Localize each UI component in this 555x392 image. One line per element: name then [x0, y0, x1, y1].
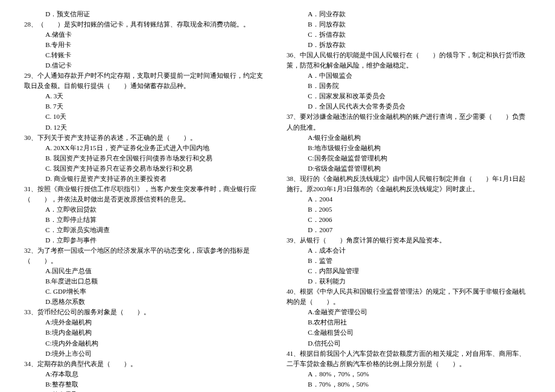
option: D:省级金融监督管理机构: [287, 163, 531, 174]
option: A．中国银监会: [287, 71, 531, 81]
option: C. 我国资产支持证券只在证券交易市场发行和交易: [24, 163, 268, 174]
option: A.国民生产总值: [24, 266, 268, 276]
option: A:境外金融机构: [24, 317, 268, 327]
option: A．2004: [287, 194, 531, 204]
option: A:银行业金融机构: [287, 133, 531, 143]
option: B:地市级银行业金融机构: [287, 143, 531, 153]
option: D．立即参与事件: [24, 235, 268, 245]
question-34: 34、定期存款的典型代表是（ ）。: [24, 359, 268, 369]
option: B.农村信用社: [287, 317, 531, 327]
option: B．立即停止结算: [24, 215, 268, 225]
option: A．成本会计: [287, 245, 531, 256]
option: B. 7天: [24, 101, 268, 112]
option: B.年度进出口总额: [24, 276, 268, 286]
option: A.金融资产管理公司: [287, 307, 531, 317]
option: D．预支信用证: [24, 9, 268, 19]
option: B．2005: [287, 204, 531, 215]
left-column: D．预支信用证 28、（ ）是实时扣账的借记卡，具有转账结算、存取现金和消费功能…: [24, 9, 268, 392]
option: C. 10天: [24, 112, 268, 122]
option: A. 3天: [24, 91, 268, 101]
option: A．立即收回贷款: [24, 204, 268, 215]
option: D．2007: [287, 225, 531, 235]
option: C.转账卡: [24, 50, 268, 60]
option: B:整存整取: [24, 379, 268, 390]
option: D.恩格尔系数: [24, 297, 268, 307]
option: B:境内金融机构: [24, 327, 268, 338]
page-content: D．预支信用证 28、（ ）是实时扣账的借记卡，具有转账结算、存取现金和消费功能…: [0, 0, 555, 392]
option: A. 20XX年12月15日，资产证券化业务正式进入中国内地: [24, 143, 268, 153]
question-32: 32、为了考察一国或一个地区的经济发展水平的动态变化，应该参考的指标是（ ）。: [24, 245, 268, 266]
option: D. 商业银行是资产支持证券的主要投资者: [24, 174, 268, 184]
option: A．同业存款: [287, 9, 531, 19]
option: B．70%，80%，50%: [287, 379, 531, 390]
option: C．立即派员实地调查: [24, 225, 268, 235]
option: B. 我国资产支持证券只在全国银行间债券市场发行和交易: [24, 153, 268, 163]
option: D:境外上市公司: [24, 349, 268, 359]
question-37: 37、要对涉嫌金融违法的银行业金融机构的账户进行查询，至少需要（ ）负责人的批准…: [287, 112, 531, 132]
option: B．监管: [287, 256, 531, 266]
question-36: 36、中国人民银行的职能是中国人民银行在（ ）的领导下，制定和执行货币政策，防范…: [287, 50, 531, 71]
question-41: 41、根据目前我国个人汽车贷款在贷款额度方面的相关规定，对自用车、商用车、二手车…: [287, 349, 531, 369]
question-33: 33、货币经纪公司的服务对象是（ ）。: [24, 307, 268, 317]
option: C．国家发展和改革委员会: [287, 91, 531, 101]
option: D. 12天: [24, 122, 268, 133]
option: C:整存零取: [24, 390, 268, 392]
option: C．拆借存款: [287, 30, 531, 40]
option: C:国务院金融监督管理机构: [287, 153, 531, 163]
option: C.金融租赁公司: [287, 327, 531, 338]
option: C．内部风险管理: [287, 266, 531, 276]
question-38: 38、现行的《金融机构反洗钱规定》由中国人民银行制定并自（ ）年1月1日起施行。…: [287, 174, 531, 194]
option: D．全国人民代表大会常务委员会: [287, 101, 531, 112]
question-28: 28、（ ）是实时扣账的借记卡，具有转账结算、存取现金和消费功能。。: [24, 19, 268, 30]
question-30: 30、下列关于资产支持证券的表述，不正确的是（ ）。: [24, 133, 268, 143]
option: C. GDP增长率: [24, 286, 268, 297]
option: B．同放存款: [287, 19, 531, 30]
option: D．拆放存款: [287, 40, 531, 50]
question-29: 29、个人通知存款开户时不约定存期，支取时只要提前一定时间通知银行，约定支取日及…: [24, 71, 268, 91]
option: C:境内外金融机构: [24, 338, 268, 349]
right-column: A．同业存款 B．同放存款 C．拆借存款 D．拆放存款 36、中国人民银行的职能…: [287, 9, 531, 392]
option: B.专用卡: [24, 40, 268, 50]
option: D.借记卡: [24, 60, 268, 71]
question-39: 39、从银行（ ）角度计算的银行资本是风险资本。: [287, 235, 531, 245]
question-40: 40、根据《中华人民共和国银行业监督管理法》的规定，下列不属于非银行金融机构的是…: [287, 286, 531, 307]
option: C．50%，70%，80%: [287, 390, 531, 392]
option: D．获利能力: [287, 276, 531, 286]
option: D.信托公司: [287, 338, 531, 349]
option: A:存本取息: [24, 369, 268, 379]
option: A．80%，70%，50%: [287, 369, 531, 379]
question-31: 31、按照《商业银行授信工作尽职指引》，当客户发生突发事件时，商业银行应（ ），…: [24, 184, 268, 204]
option: B．国务院: [287, 81, 531, 91]
option: C．2006: [287, 215, 531, 225]
option: A.储值卡: [24, 30, 268, 40]
